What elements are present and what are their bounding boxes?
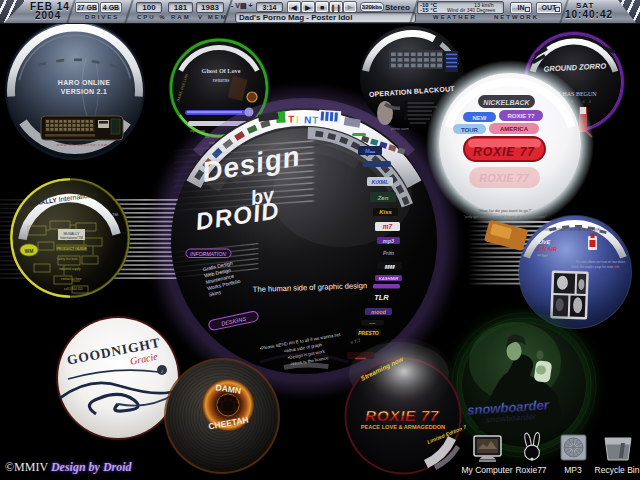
svg-text:check the singles page for mor: check the singles page for more info (571, 265, 620, 269)
svg-text:Ghost Of Love: Ghost Of Love (202, 67, 241, 74)
svg-text:mp3.com: mp3.com (190, 128, 206, 133)
svg-text:w w w . h a r o o n l i n e .: w w w . h a r o o n l i n e . c o m (57, 143, 107, 147)
svg-text:N: N (304, 114, 312, 125)
svg-text:INFORMATION: INFORMATION (190, 251, 226, 257)
svg-text:mp3: mp3 (383, 238, 394, 244)
svg-text:TOUR: TOUR (461, 127, 479, 133)
svg-text:♪: ♪ (161, 368, 164, 374)
svg-text:ON AIR: ON AIR (538, 245, 557, 252)
svg-text:ROXIE 77: ROXIE 77 (479, 172, 529, 184)
svg-text:TLR: TLR (374, 293, 389, 302)
svg-text:KiXML: KiXML (371, 179, 389, 185)
svg-text:industrial supply: industrial supply (59, 267, 81, 271)
svg-text:Prim: Prim (383, 250, 395, 256)
svg-text:returns: returns (213, 77, 230, 83)
svg-text:call 1 800 555: call 1 800 555 (64, 287, 83, 291)
svg-text:T: T (312, 114, 318, 125)
svg-text:"only girl rockers would liste: "only girl rockers would listen up to fr… (464, 214, 547, 219)
svg-text:M▬: M▬ (365, 148, 376, 154)
svg-text:contact us here: contact us here (61, 277, 82, 281)
svg-text:ROXIE 77: ROXIE 77 (365, 407, 440, 424)
svg-text:WWW.LIVEONAIR.COM HOME NEWS TO: WWW.LIVEONAIR.COM HOME NEWS TOUR (542, 228, 600, 232)
svg-text:WM: WM (25, 248, 34, 254)
svg-text:NICKELBACK: NICKELBACK (483, 99, 530, 106)
svg-text:PEACE LOVE & ARMAGEDDON: PEACE LOVE & ARMAGEDDON (361, 424, 445, 430)
svg-text:PRESTO: PRESTO (358, 330, 379, 336)
svg-text:Zen: Zen (377, 195, 389, 201)
svg-text:NEW: NEW (473, 115, 487, 121)
svg-text:m7: m7 (383, 223, 393, 230)
svg-text:mood: mood (371, 309, 387, 315)
svg-text:ROXIE 77: ROXIE 77 (507, 113, 535, 119)
svg-text:▮▮▮▮: ▮▮▮▮ (385, 264, 395, 269)
svg-text:Kiss: Kiss (379, 209, 392, 215)
svg-text:TM.: TM. (112, 212, 119, 217)
svg-text:ROXIE 77: ROXIE 77 (473, 145, 535, 159)
svg-text:VERSION 2.1: VERSION 2.1 (61, 88, 107, 95)
svg-text:the new album out now on tour: the new album out now on tour dates (576, 260, 626, 264)
svg-text:safety first tools: safety first tools (57, 257, 78, 261)
svg-text:KASHMIR: KASHMIR (379, 276, 399, 281)
svg-text:on tour: on tour (537, 253, 549, 258)
svg-text:International TM: International TM (60, 236, 83, 240)
svg-text:"How far do you want to go?": "How far do you want to go?" (478, 208, 532, 213)
svg-text:AMERICA: AMERICA (500, 126, 529, 132)
svg-text:PRODUCT GUIDE: PRODUCT GUIDE (56, 247, 87, 251)
svg-text:.....: ..... (369, 320, 375, 325)
svg-text:T: T (288, 114, 294, 125)
svg-text:HARO ONLINE: HARO ONLINE (58, 79, 110, 86)
